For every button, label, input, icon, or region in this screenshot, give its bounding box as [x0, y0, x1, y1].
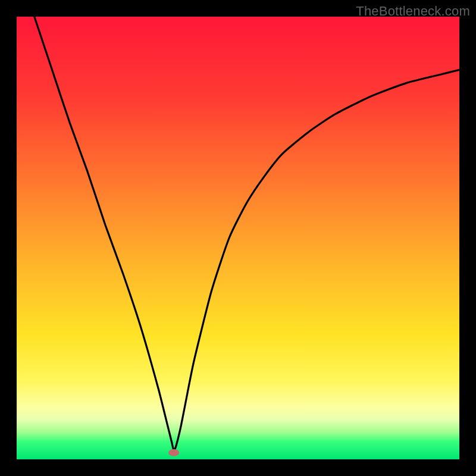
optimal-marker — [168, 449, 179, 456]
chart-frame: TheBottleneck.com — [0, 0, 476, 476]
curve-layer — [17, 17, 459, 459]
bottleneck-curve — [35, 17, 459, 450]
watermark-text: TheBottleneck.com — [356, 4, 470, 19]
plot-area — [17, 17, 459, 459]
